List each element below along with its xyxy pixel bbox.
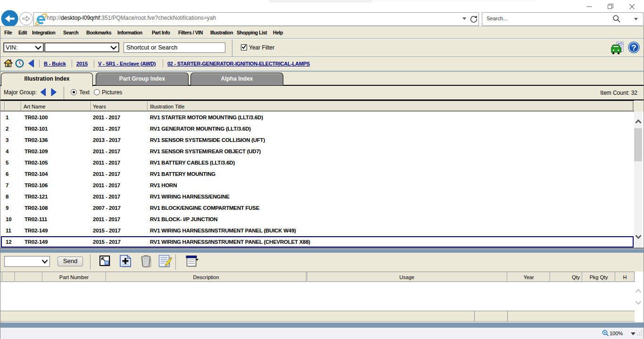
svg-text:?: ? — [631, 43, 636, 52]
